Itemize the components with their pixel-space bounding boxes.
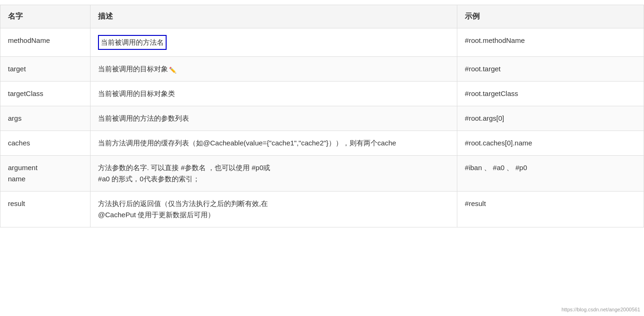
cell-example: #result bbox=[457, 192, 644, 227]
cell-description: 当前被调用的方法名 bbox=[91, 28, 457, 57]
cell-name: result bbox=[0, 192, 91, 227]
cell-name: target bbox=[0, 57, 91, 82]
table-container: 名字 描述 示例 methodName当前被调用的方法名#root.method… bbox=[0, 0, 644, 232]
cell-name: caches bbox=[0, 131, 91, 156]
cell-name: targetClass bbox=[0, 82, 91, 106]
table-header-row: 名字 描述 示例 bbox=[0, 5, 644, 28]
cell-description: 当前被调用的目标对象✏️ bbox=[91, 57, 457, 82]
table-row: args当前被调用的方法的参数列表#root.args[0] bbox=[0, 106, 644, 131]
cell-name: argument name bbox=[0, 156, 91, 192]
table-row: target当前被调用的目标对象✏️#root.target bbox=[0, 57, 644, 82]
table-row: result方法执行后的返回值（仅当方法执行之后的判断有效,在 @CachePu… bbox=[0, 192, 644, 227]
highlighted-description: 当前被调用的方法名 bbox=[98, 35, 167, 50]
cell-example: #root.targetClass bbox=[457, 82, 644, 106]
cell-description: 方法参数的名字. 可以直接 #参数名 ，也可以使用 #p0或 #a0 的形式，0… bbox=[91, 156, 457, 192]
watermark: https://blog.csdn.net/ange2000561 bbox=[561, 307, 640, 312]
cell-name: args bbox=[0, 106, 91, 131]
cell-example: #root.target bbox=[457, 57, 644, 82]
example-part2: methodName bbox=[483, 36, 525, 44]
cell-example: #root.caches[0].name bbox=[457, 131, 644, 156]
cell-name: methodName bbox=[0, 28, 91, 57]
header-name: 名字 bbox=[0, 5, 91, 28]
header-example: 示例 bbox=[457, 5, 644, 28]
table-row: targetClass当前被调用的目标对象类#root.targetClass bbox=[0, 82, 644, 106]
cell-description: 方法执行后的返回值（仅当方法执行之后的判断有效,在 @CachePut 使用于更… bbox=[91, 192, 457, 227]
cursor-icon: ✏️ bbox=[169, 66, 176, 76]
cell-example: #root.args[0] bbox=[457, 106, 644, 131]
cell-description: 当前方法调用使用的缓存列表（如@Cacheable(value={"cache1… bbox=[91, 131, 457, 156]
table-row: caches当前方法调用使用的缓存列表（如@Cacheable(value={"… bbox=[0, 131, 644, 156]
cell-description: 当前被调用的目标对象类 bbox=[91, 82, 457, 106]
table-row: methodName当前被调用的方法名#root.methodName bbox=[0, 28, 644, 57]
example-split-highlight: #root.methodName bbox=[465, 36, 525, 44]
table-row: argument name方法参数的名字. 可以直接 #参数名 ，也可以使用 #… bbox=[0, 156, 644, 192]
cell-example: #iban 、 #a0 、 #p0 bbox=[457, 156, 644, 192]
header-description: 描述 bbox=[91, 5, 457, 28]
data-table: 名字 描述 示例 methodName当前被调用的方法名#root.method… bbox=[0, 5, 644, 227]
example-part1: #root. bbox=[465, 36, 483, 44]
cell-example: #root.methodName bbox=[457, 28, 644, 57]
cell-description: 当前被调用的方法的参数列表 bbox=[91, 106, 457, 131]
